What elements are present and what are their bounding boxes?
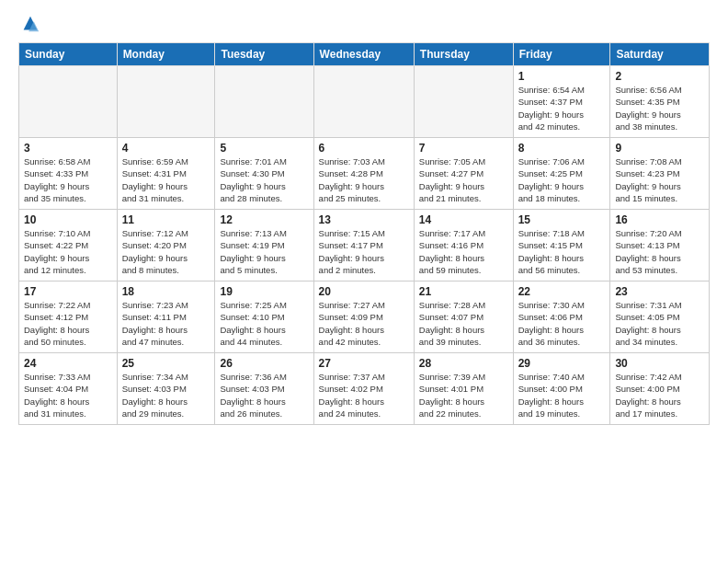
weekday-header-friday: Friday xyxy=(513,43,610,66)
day-info: Sunrise: 7:36 AM Sunset: 4:03 PM Dayligh… xyxy=(220,371,308,419)
calendar-cell: 24Sunrise: 7:33 AM Sunset: 4:04 PM Dayli… xyxy=(19,353,118,425)
day-info: Sunrise: 7:01 AM Sunset: 4:30 PM Dayligh… xyxy=(220,155,308,204)
day-number: 6 xyxy=(319,142,409,155)
day-number: 25 xyxy=(122,357,210,370)
calendar-cell: 1Sunrise: 6:54 AM Sunset: 4:37 PM Daylig… xyxy=(513,66,610,138)
day-info: Sunrise: 7:17 AM Sunset: 4:16 PM Dayligh… xyxy=(419,227,508,276)
calendar-cell: 30Sunrise: 7:42 AM Sunset: 4:00 PM Dayli… xyxy=(610,353,710,425)
calendar-cell xyxy=(215,66,313,138)
day-info: Sunrise: 7:34 AM Sunset: 4:03 PM Dayligh… xyxy=(122,371,210,419)
day-number: 2 xyxy=(615,70,704,83)
day-info: Sunrise: 7:10 AM Sunset: 4:22 PM Dayligh… xyxy=(24,227,112,276)
day-number: 28 xyxy=(419,357,508,370)
calendar-cell xyxy=(313,66,414,138)
day-info: Sunrise: 7:05 AM Sunset: 4:27 PM Dayligh… xyxy=(419,155,508,204)
calendar-cell: 6Sunrise: 7:03 AM Sunset: 4:28 PM Daylig… xyxy=(313,138,414,210)
day-info: Sunrise: 7:31 AM Sunset: 4:05 PM Dayligh… xyxy=(615,299,704,348)
day-info: Sunrise: 7:23 AM Sunset: 4:11 PM Dayligh… xyxy=(122,299,210,348)
day-number: 15 xyxy=(518,213,606,226)
day-number: 8 xyxy=(518,142,606,155)
day-number: 17 xyxy=(24,285,112,298)
day-number: 14 xyxy=(419,213,508,226)
day-info: Sunrise: 7:12 AM Sunset: 4:20 PM Dayligh… xyxy=(122,227,210,276)
calendar-cell: 19Sunrise: 7:25 AM Sunset: 4:10 PM Dayli… xyxy=(215,282,313,353)
day-info: Sunrise: 7:18 AM Sunset: 4:15 PM Dayligh… xyxy=(518,227,606,276)
day-number: 26 xyxy=(220,357,308,370)
calendar-table: SundayMondayTuesdayWednesdayThursdayFrid… xyxy=(18,42,710,425)
calendar-cell: 25Sunrise: 7:34 AM Sunset: 4:03 PM Dayli… xyxy=(117,353,215,425)
day-info: Sunrise: 7:42 AM Sunset: 4:00 PM Dayligh… xyxy=(615,371,704,419)
day-info: Sunrise: 7:40 AM Sunset: 4:00 PM Dayligh… xyxy=(518,371,606,419)
day-number: 12 xyxy=(220,213,308,226)
day-number: 11 xyxy=(122,213,210,226)
calendar-cell: 3Sunrise: 6:58 AM Sunset: 4:33 PM Daylig… xyxy=(19,138,118,210)
day-info: Sunrise: 7:03 AM Sunset: 4:28 PM Dayligh… xyxy=(319,155,409,204)
calendar-cell: 4Sunrise: 6:59 AM Sunset: 4:31 PM Daylig… xyxy=(117,138,215,210)
day-number: 5 xyxy=(220,142,308,155)
day-info: Sunrise: 7:15 AM Sunset: 4:17 PM Dayligh… xyxy=(319,227,409,276)
calendar-cell: 27Sunrise: 7:37 AM Sunset: 4:02 PM Dayli… xyxy=(313,353,414,425)
calendar-cell: 26Sunrise: 7:36 AM Sunset: 4:03 PM Dayli… xyxy=(215,353,313,425)
day-info: Sunrise: 7:08 AM Sunset: 4:23 PM Dayligh… xyxy=(615,155,704,204)
calendar-cell: 16Sunrise: 7:20 AM Sunset: 4:13 PM Dayli… xyxy=(610,210,710,282)
weekday-header-tuesday: Tuesday xyxy=(215,43,313,66)
calendar-cell: 8Sunrise: 7:06 AM Sunset: 4:25 PM Daylig… xyxy=(513,138,610,210)
calendar-cell: 23Sunrise: 7:31 AM Sunset: 4:05 PM Dayli… xyxy=(610,282,710,353)
day-number: 24 xyxy=(24,357,112,370)
day-number: 7 xyxy=(419,142,508,155)
calendar-cell: 20Sunrise: 7:27 AM Sunset: 4:09 PM Dayli… xyxy=(313,282,414,353)
calendar-cell: 2Sunrise: 6:56 AM Sunset: 4:35 PM Daylig… xyxy=(610,66,710,138)
calendar-cell: 12Sunrise: 7:13 AM Sunset: 4:19 PM Dayli… xyxy=(215,210,313,282)
day-info: Sunrise: 7:28 AM Sunset: 4:07 PM Dayligh… xyxy=(419,299,508,348)
day-number: 29 xyxy=(518,357,606,370)
week-row-2: 3Sunrise: 6:58 AM Sunset: 4:33 PM Daylig… xyxy=(19,138,710,210)
page: SundayMondayTuesdayWednesdayThursdayFrid… xyxy=(0,0,728,434)
weekday-header-saturday: Saturday xyxy=(610,43,710,66)
week-row-5: 24Sunrise: 7:33 AM Sunset: 4:04 PM Dayli… xyxy=(19,353,710,425)
weekday-header-monday: Monday xyxy=(117,43,215,66)
day-number: 3 xyxy=(24,142,112,155)
calendar-cell xyxy=(414,66,513,138)
calendar-cell xyxy=(117,66,215,138)
day-number: 18 xyxy=(122,285,210,298)
calendar-cell: 10Sunrise: 7:10 AM Sunset: 4:22 PM Dayli… xyxy=(19,210,118,282)
day-number: 23 xyxy=(615,285,704,298)
day-info: Sunrise: 7:37 AM Sunset: 4:02 PM Dayligh… xyxy=(319,371,409,419)
weekday-header-wednesday: Wednesday xyxy=(313,43,414,66)
calendar-cell: 15Sunrise: 7:18 AM Sunset: 4:15 PM Dayli… xyxy=(513,210,610,282)
calendar-cell: 18Sunrise: 7:23 AM Sunset: 4:11 PM Dayli… xyxy=(117,282,215,353)
calendar-cell: 14Sunrise: 7:17 AM Sunset: 4:16 PM Dayli… xyxy=(414,210,513,282)
weekday-header-thursday: Thursday xyxy=(414,43,513,66)
calendar-cell: 7Sunrise: 7:05 AM Sunset: 4:27 PM Daylig… xyxy=(414,138,513,210)
day-number: 22 xyxy=(518,285,606,298)
day-number: 27 xyxy=(319,357,409,370)
day-number: 30 xyxy=(615,357,704,370)
day-number: 16 xyxy=(615,213,704,226)
calendar-cell: 29Sunrise: 7:40 AM Sunset: 4:00 PM Dayli… xyxy=(513,353,610,425)
weekday-header-sunday: Sunday xyxy=(19,43,118,66)
weekday-header-row: SundayMondayTuesdayWednesdayThursdayFrid… xyxy=(19,43,710,66)
day-number: 21 xyxy=(419,285,508,298)
day-info: Sunrise: 7:39 AM Sunset: 4:01 PM Dayligh… xyxy=(419,371,508,419)
day-info: Sunrise: 7:25 AM Sunset: 4:10 PM Dayligh… xyxy=(220,299,308,348)
day-number: 19 xyxy=(220,285,308,298)
day-info: Sunrise: 7:06 AM Sunset: 4:25 PM Dayligh… xyxy=(518,155,606,204)
calendar-cell: 13Sunrise: 7:15 AM Sunset: 4:17 PM Dayli… xyxy=(313,210,414,282)
day-info: Sunrise: 7:20 AM Sunset: 4:13 PM Dayligh… xyxy=(615,227,704,276)
logo xyxy=(18,15,42,35)
day-number: 20 xyxy=(319,285,409,298)
day-number: 1 xyxy=(518,70,606,83)
calendar-cell: 17Sunrise: 7:22 AM Sunset: 4:12 PM Dayli… xyxy=(19,282,118,353)
day-info: Sunrise: 7:27 AM Sunset: 4:09 PM Dayligh… xyxy=(319,299,409,348)
calendar-cell: 9Sunrise: 7:08 AM Sunset: 4:23 PM Daylig… xyxy=(610,138,710,210)
calendar-cell: 11Sunrise: 7:12 AM Sunset: 4:20 PM Dayli… xyxy=(117,210,215,282)
week-row-4: 17Sunrise: 7:22 AM Sunset: 4:12 PM Dayli… xyxy=(19,282,710,353)
calendar-cell xyxy=(19,66,118,138)
day-info: Sunrise: 6:59 AM Sunset: 4:31 PM Dayligh… xyxy=(122,155,210,204)
calendar-cell: 28Sunrise: 7:39 AM Sunset: 4:01 PM Dayli… xyxy=(414,353,513,425)
logo-icon xyxy=(20,15,40,35)
day-info: Sunrise: 7:30 AM Sunset: 4:06 PM Dayligh… xyxy=(518,299,606,348)
day-info: Sunrise: 6:58 AM Sunset: 4:33 PM Dayligh… xyxy=(24,155,112,204)
day-info: Sunrise: 6:54 AM Sunset: 4:37 PM Dayligh… xyxy=(518,84,606,132)
day-number: 9 xyxy=(615,142,704,155)
